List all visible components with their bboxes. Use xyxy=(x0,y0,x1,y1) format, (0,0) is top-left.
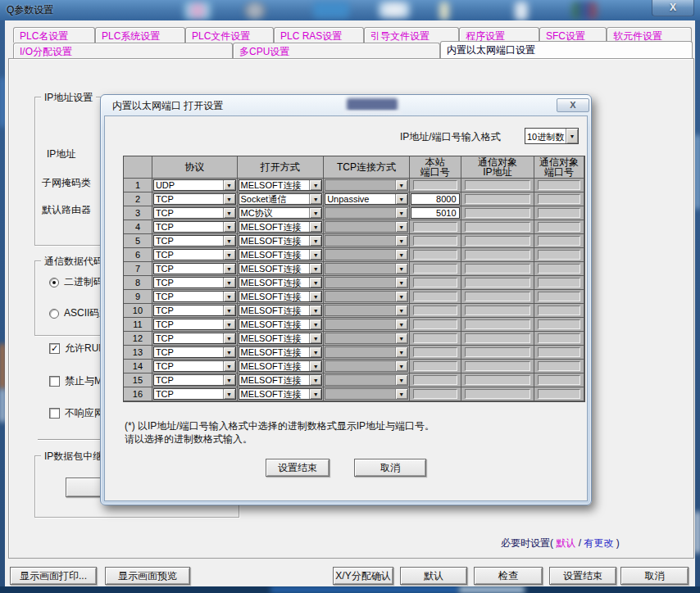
open-method-select[interactable]: MELSOFT连接▼ xyxy=(239,360,323,372)
protocol-select[interactable]: TCP▼ xyxy=(153,319,236,330)
chevron-down-icon[interactable]: ▼ xyxy=(223,264,235,274)
protocol-select[interactable]: TCP▼ xyxy=(153,249,236,260)
tab-3-row2[interactable]: 内置以太网端口设置 xyxy=(440,41,693,58)
chevron-down-icon[interactable]: ▼ xyxy=(309,208,321,218)
tcp-mode-select[interactable]: ▼ xyxy=(325,388,408,400)
tab-1-row2[interactable]: I/O分配设置 xyxy=(13,43,233,58)
chevron-down-icon[interactable]: ▼ xyxy=(309,333,321,343)
protocol-select[interactable]: TCP▼ xyxy=(153,360,236,372)
chevron-down-icon[interactable]: ▼ xyxy=(395,222,407,232)
protocol-select[interactable]: TCP▼ xyxy=(153,221,236,233)
chevron-down-icon[interactable]: ▼ xyxy=(395,361,407,371)
tcp-mode-select[interactable]: ▼ xyxy=(325,277,408,288)
chevron-down-icon[interactable]: ▼ xyxy=(395,236,407,246)
chevron-down-icon[interactable]: ▼ xyxy=(223,180,235,190)
chevron-down-icon[interactable]: ▼ xyxy=(223,208,235,218)
chevron-down-icon[interactable]: ▼ xyxy=(395,319,407,329)
tab-3-row1[interactable]: PLC文件设置 xyxy=(185,27,274,43)
open-method-select[interactable]: MELSOFT连接▼ xyxy=(239,291,323,302)
chevron-down-icon[interactable]: ▼ xyxy=(309,250,321,260)
chevron-down-icon[interactable]: ▼ xyxy=(223,292,235,301)
open-method-select[interactable]: MELSOFT连接▼ xyxy=(239,249,323,260)
chevron-down-icon[interactable]: ▼ xyxy=(395,278,407,287)
tcp-mode-select[interactable]: ▼ xyxy=(325,374,408,386)
tab-2-row2[interactable]: 多CPU设置 xyxy=(233,43,440,58)
local-port-input[interactable]: 5010 xyxy=(411,207,460,219)
tcp-mode-select[interactable]: ▼ xyxy=(325,207,408,219)
chevron-down-icon[interactable]: ▼ xyxy=(395,292,407,301)
protocol-select[interactable]: TCP▼ xyxy=(153,346,236,358)
tcp-mode-select[interactable]: ▼ xyxy=(325,291,408,302)
protocol-select[interactable]: TCP▼ xyxy=(153,388,236,400)
chevron-down-icon[interactable]: ▼ xyxy=(223,278,235,287)
open-method-select[interactable]: MELSOFT连接▼ xyxy=(239,263,323,274)
chevron-down-icon[interactable]: ▼ xyxy=(395,375,407,385)
check-button[interactable]: 检查 xyxy=(474,567,543,585)
chevron-down-icon[interactable]: ▼ xyxy=(395,306,407,315)
chevron-down-icon[interactable]: ▼ xyxy=(309,236,321,246)
tab-4-row1[interactable]: PLC RAS设置 xyxy=(274,27,364,43)
tab-2-row1[interactable]: PLC系统设置 xyxy=(95,27,185,43)
protocol-select[interactable]: TCP▼ xyxy=(153,305,236,316)
dialog-cancel-button[interactable]: 取消 xyxy=(354,459,426,477)
tcp-mode-select[interactable]: ▼ xyxy=(325,179,408,191)
open-method-select[interactable]: MELSOFT连接▼ xyxy=(239,305,323,316)
open-method-select[interactable]: MELSOFT连接▼ xyxy=(239,388,323,400)
tcp-mode-select[interactable]: ▼ xyxy=(325,360,408,372)
local-port-input[interactable]: 8000 xyxy=(411,193,460,205)
protocol-select[interactable]: TCP▼ xyxy=(153,277,236,288)
preview-screen-button[interactable]: 显示画面预览 xyxy=(105,567,190,585)
chevron-down-icon[interactable]: ▼ xyxy=(309,306,321,315)
tcp-mode-select[interactable]: ▼ xyxy=(325,333,408,344)
tcp-mode-select[interactable]: ▼ xyxy=(325,235,408,247)
chevron-down-icon[interactable]: ▼ xyxy=(223,361,235,371)
open-method-select[interactable]: MELSOFT连接▼ xyxy=(239,374,323,386)
chevron-down-icon[interactable]: ▼ xyxy=(223,389,235,399)
protocol-select[interactable]: TCP▼ xyxy=(153,193,236,205)
open-method-select[interactable]: MC协议▼ xyxy=(239,207,323,219)
chevron-down-icon[interactable]: ▼ xyxy=(395,194,407,204)
default-button[interactable]: 默认 xyxy=(400,567,467,585)
binary-code-radio[interactable]: 二进制码 xyxy=(49,275,103,289)
window-close-button[interactable]: X xyxy=(652,0,694,16)
tcp-mode-select[interactable]: Unpassive▼ xyxy=(325,193,408,205)
hint-changed[interactable]: 有更改 xyxy=(584,537,613,549)
tcp-mode-select[interactable]: ▼ xyxy=(325,263,408,274)
chevron-down-icon[interactable]: ▼ xyxy=(309,264,321,274)
chevron-down-icon[interactable]: ▼ xyxy=(395,389,407,399)
finish-setup-button[interactable]: 设置结束 xyxy=(549,567,616,585)
chevron-down-icon[interactable]: ▼ xyxy=(223,375,235,385)
tcp-mode-select[interactable]: ▼ xyxy=(325,221,408,233)
chevron-down-icon[interactable]: ▼ xyxy=(223,347,235,357)
dialog-ok-button[interactable]: 设置结束 xyxy=(266,459,330,477)
protocol-select[interactable]: TCP▼ xyxy=(153,291,236,302)
tcp-mode-select[interactable]: ▼ xyxy=(325,249,408,260)
tcp-mode-select[interactable]: ▼ xyxy=(325,346,408,358)
cancel-button[interactable]: 取消 xyxy=(620,567,689,585)
protocol-select[interactable]: TCP▼ xyxy=(153,263,236,274)
chevron-down-icon[interactable]: ▼ xyxy=(309,278,321,287)
chevron-down-icon[interactable]: ▼ xyxy=(223,222,235,232)
chevron-down-icon[interactable]: ▼ xyxy=(223,194,235,204)
hint-default[interactable]: 默认 xyxy=(556,537,575,549)
chevron-down-icon[interactable]: ▼ xyxy=(309,292,321,301)
chevron-down-icon[interactable]: ▼ xyxy=(309,375,321,385)
protocol-select[interactable]: UDP▼ xyxy=(153,179,236,191)
tcp-mode-select[interactable]: ▼ xyxy=(325,319,408,330)
chevron-down-icon[interactable]: ▼ xyxy=(309,347,321,357)
open-method-select[interactable]: MELSOFT连接▼ xyxy=(239,319,323,330)
protocol-select[interactable]: TCP▼ xyxy=(153,207,236,219)
open-method-select[interactable]: MELSOFT连接▼ xyxy=(239,333,323,344)
protocol-select[interactable]: TCP▼ xyxy=(153,333,236,344)
open-method-select[interactable]: MELSOFT连接▼ xyxy=(239,277,323,288)
tcp-mode-select[interactable]: ▼ xyxy=(325,305,408,316)
chevron-down-icon[interactable]: ▼ xyxy=(395,180,407,190)
chevron-down-icon[interactable]: ▼ xyxy=(566,129,578,143)
chevron-down-icon[interactable]: ▼ xyxy=(223,319,235,329)
tab-1-row1[interactable]: PLC名设置 xyxy=(13,27,95,43)
xy-assignment-confirm-button[interactable]: X/Y分配确认 xyxy=(333,567,393,585)
chevron-down-icon[interactable]: ▼ xyxy=(309,389,321,399)
no-network-response-checkbox[interactable]: 不响应网 xyxy=(49,406,104,420)
chevron-down-icon[interactable]: ▼ xyxy=(309,222,321,232)
open-method-select[interactable]: MELSOFT连接▼ xyxy=(239,221,323,233)
